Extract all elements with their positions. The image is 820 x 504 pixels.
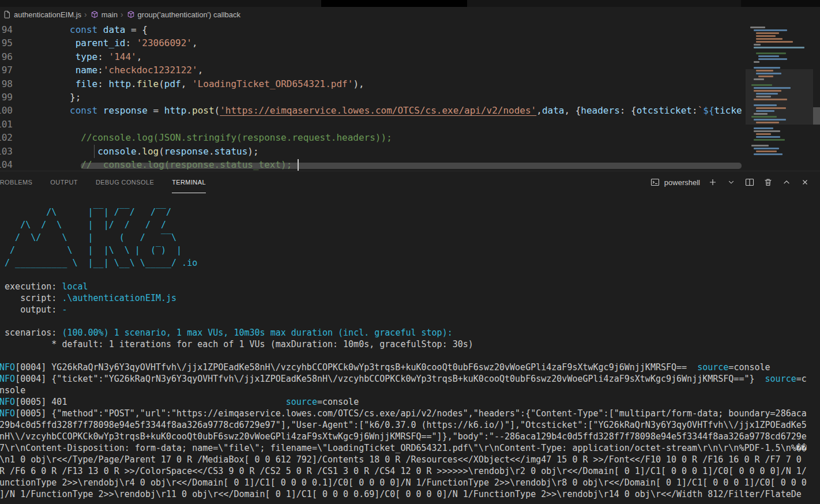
breadcrumb-item[interactable]: authenticationEIM.js bbox=[2, 10, 81, 19]
minimap-line bbox=[756, 70, 773, 72]
terminal-line bbox=[0, 350, 820, 362]
line-number: 103 bbox=[0, 145, 13, 158]
breadcrumb-separator-icon: › bbox=[84, 10, 87, 18]
panel-tabs: PROBLEMSOUTPUTDEBUG CONSOLETERMINAL bbox=[0, 171, 224, 193]
breadcrumb-label: group('authentication') callback bbox=[138, 10, 240, 19]
minimap-line bbox=[754, 61, 759, 63]
minimap-line bbox=[756, 38, 783, 40]
indent-guide bbox=[94, 145, 95, 158]
minimap-line bbox=[750, 27, 765, 28]
code-line: 97 name:'checkdoc1232122', bbox=[0, 63, 746, 77]
file-icon bbox=[2, 10, 12, 19]
panel-tab-problems[interactable]: PROBLEMS bbox=[0, 171, 32, 193]
vscode-window: authenticationEIM.js›main›group('authent… bbox=[0, 0, 820, 504]
terminal-line: * default: 1 iterations for each of 1 VU… bbox=[0, 338, 820, 350]
vertical-scrollbar[interactable] bbox=[813, 107, 820, 125]
kill-terminal-icon[interactable] bbox=[762, 176, 774, 188]
minimap-line bbox=[754, 99, 787, 100]
minimap-line bbox=[751, 145, 769, 146]
breadcrumb-item[interactable]: main bbox=[90, 10, 118, 19]
minimap-line bbox=[754, 119, 786, 121]
minimap-line bbox=[754, 29, 787, 31]
terminal-line: INFO[0004] {"ticket":"YG26kRaQrN3y6Y3qyO… bbox=[0, 373, 820, 385]
minimap-line bbox=[758, 55, 779, 57]
line-number: 96 bbox=[0, 50, 13, 63]
line-number: 98 bbox=[0, 77, 13, 91]
panel-tab-terminal[interactable]: TERMINAL bbox=[172, 171, 206, 193]
terminal-viewport[interactable]: /\ |‾‾| /‾‾/ /‾‾/ /\ / \ | |/ / / / / \/… bbox=[0, 193, 820, 504]
terminal-line bbox=[0, 315, 820, 327]
line-number: 101 bbox=[0, 118, 13, 131]
minimap-line bbox=[754, 67, 780, 69]
line-number: 104 bbox=[0, 158, 13, 171]
terminal-ascii-art-line: / \/ \ | ( / ‾‾\ bbox=[0, 231, 820, 244]
line-number: 99 bbox=[0, 91, 13, 104]
panel-header: PROBLEMSOUTPUTDEBUG CONSOLETERMINAL powe… bbox=[0, 171, 820, 193]
launch-profile-chevron-icon[interactable] bbox=[725, 176, 737, 188]
minimap-line bbox=[754, 113, 768, 115]
line-number: 94 bbox=[0, 23, 13, 36]
minimap-line bbox=[754, 104, 777, 106]
terminal-line: R /F6 6 0 R /F13 13 0 R >>/ColorSpace<</… bbox=[0, 465, 820, 477]
minimap-line bbox=[758, 76, 773, 77]
terminal-line: INFO[0004] YG26kRaQrN3y6Y3qyOVHTfvh\/jjx… bbox=[0, 362, 820, 373]
code-line: 95 parent_id: '23066092', bbox=[0, 36, 746, 50]
minimap-line bbox=[754, 78, 764, 80]
minimap[interactable] bbox=[746, 22, 813, 171]
horizontal-scrollbar[interactable] bbox=[81, 163, 742, 169]
minimap-line bbox=[751, 116, 777, 118]
terminal-ascii-art-line: / \ | |\ \ | (‾) | bbox=[0, 244, 820, 257]
terminal-line bbox=[0, 269, 820, 281]
minimap-line bbox=[754, 148, 779, 149]
code-area[interactable]: 94 const data = {95 parent_id: '23066092… bbox=[0, 22, 746, 171]
breadcrumb-label: authenticationEIM.js bbox=[14, 10, 81, 19]
terminal-line: 0]/N 1/FunctionType 2>>\rendobj\r11 0 ob… bbox=[0, 488, 820, 500]
minimap-line bbox=[754, 127, 773, 129]
text-cursor bbox=[298, 159, 299, 171]
terminal-profile-selector[interactable]: powershell bbox=[649, 176, 700, 188]
maximize-panel-icon[interactable] bbox=[781, 176, 792, 188]
terminal-line: 8nH\\/vzcyhbCCOPKCk0wYp3trqsB+kuK0cooQt0… bbox=[0, 431, 820, 442]
breadcrumb-item[interactable]: group('authentication') callback bbox=[126, 10, 240, 19]
minimap-line bbox=[756, 32, 779, 34]
terminal-profile-label: powershell bbox=[664, 178, 700, 187]
minimap-line bbox=[756, 73, 781, 74]
terminal-line: output: - bbox=[0, 304, 820, 315]
minimap-line bbox=[756, 136, 780, 138]
panel-tab-output[interactable]: OUTPUT bbox=[50, 171, 78, 193]
code-line: 98 file: http.file(pdf, 'LoadingTicket_O… bbox=[0, 77, 746, 91]
terminal-line: script: .\authenticationEIM.js bbox=[0, 292, 820, 304]
minimap-line bbox=[756, 151, 777, 152]
minimap-line bbox=[754, 47, 804, 48]
minimap-line bbox=[754, 139, 785, 141]
new-terminal-icon[interactable] bbox=[707, 176, 719, 188]
powershell-terminal-icon bbox=[649, 176, 661, 188]
minimap-line bbox=[756, 35, 776, 37]
minimap-line bbox=[756, 122, 779, 123]
symbol-method-icon bbox=[90, 10, 99, 19]
terminal-ascii-art-line: /\ / \ | |/ / / / bbox=[0, 219, 820, 231]
line-number: 95 bbox=[0, 36, 13, 50]
terminal-line: INFO[0005] {"method":"POST","url":"https… bbox=[0, 408, 820, 419]
minimap-line bbox=[756, 110, 774, 112]
breadcrumb-separator-icon: › bbox=[121, 10, 123, 18]
minimap-line bbox=[756, 96, 771, 97]
panel-tab-debug-console[interactable]: DEBUG CONSOLE bbox=[96, 171, 154, 193]
code-line: 96 type: '144', bbox=[0, 50, 746, 63]
terminal-ascii-art-line: /\ |‾‾| /‾‾/ /‾‾/ bbox=[0, 206, 820, 219]
breadcrumb: authenticationEIM.js›main›group('authent… bbox=[0, 7, 820, 22]
line-number: 97 bbox=[0, 63, 13, 77]
terminal-line: scenarios: (100.00%) 1 scenario, 1 max V… bbox=[0, 327, 820, 338]
terminal-line: 97\r\nContent-Disposition: form-data; na… bbox=[0, 442, 820, 454]
top-strip-segment bbox=[321, 0, 467, 7]
code-editor[interactable]: 94 const data = {95 parent_id: '23066092… bbox=[0, 22, 820, 171]
terminal-line: execution: local bbox=[0, 281, 820, 292]
code-line: 103 console.log(response.status); bbox=[0, 145, 746, 158]
minimap-line bbox=[754, 153, 783, 155]
split-terminal-icon[interactable] bbox=[744, 176, 755, 188]
close-panel-icon[interactable] bbox=[799, 176, 811, 188]
terminal-line: INFO[0005] 401 source=console bbox=[0, 396, 820, 408]
minimap-line bbox=[758, 58, 787, 60]
terminal-line: FunctionType 2>>\rendobj\r4 0 obj\r<</Do… bbox=[0, 477, 820, 488]
code-line: 102 //console.log(JSON.stringify(respons… bbox=[0, 131, 746, 144]
